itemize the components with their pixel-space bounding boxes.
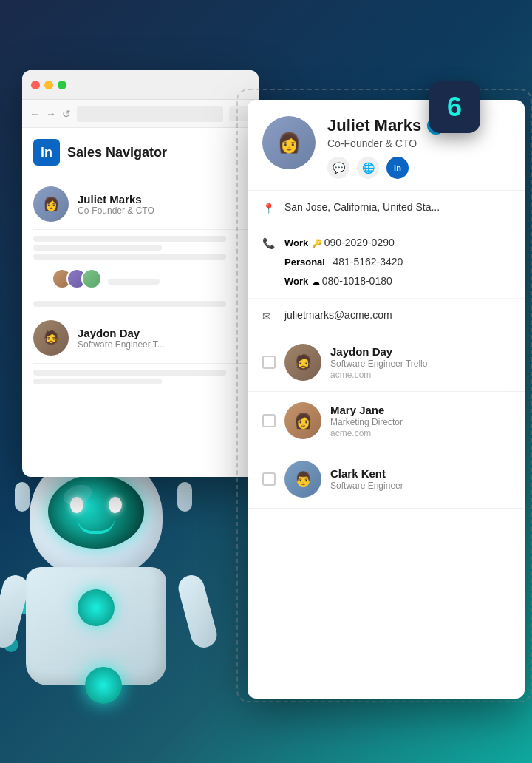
robot-eye-right [109,497,122,513]
browser-forward-button[interactable]: → [46,108,56,120]
detail-location-section: 📍 San Jose, California, United Sta... [248,191,525,225]
browser-maximize-button[interactable] [58,81,66,89]
skeleton-block-2 [33,301,248,307]
robot-eye-left [70,497,83,513]
linkedin-header: in Sales Navigator [33,139,248,166]
detail-phone-info-2: Personal 481-5162-3420 [284,255,407,268]
phone-icon-1: 📞 [262,237,277,249]
list-avatar-mary: 👩 [284,402,321,439]
detail-name-row: Juliet Marks SF [327,116,445,135]
detail-role: Co-Founder & CTO [327,138,445,149]
list-item-mary[interactable]: 👩 Mary Jane Marketing Director acme.com [248,392,525,450]
phone-label-2: Personal [284,257,325,268]
mini-avatar-3 [81,268,102,289]
linkedin-logo-icon: in [33,139,60,166]
detail-phones-section: 📞 Work 🔑 090-2029-0290 Personal 481-5162… [248,225,525,299]
browser-titlebar [22,70,259,100]
list-info-mary: Mary Jane Marketing Director acme.com [330,404,403,438]
phone-number-1: 090-2029-0290 [324,237,395,248]
robot-chest-light [78,589,115,626]
location-pin-icon: 📍 [262,203,277,214]
contact-title-jaydon: Software Engineer T... [78,339,165,350]
robot-mascot [0,438,222,719]
checkbox-jaydon[interactable] [262,356,276,369]
skeleton-block-3 [33,370,248,384]
robot-arm-right [176,572,220,651]
app-icon-symbol: 6 [447,92,462,123]
browser-address-bar[interactable] [77,106,223,122]
detail-phone-row-2: Personal 481-5162-3420 [262,255,510,268]
phone-number-3: 080-1018-0180 [322,275,392,287]
avatar-jaydon: 🧔 [33,320,69,356]
detail-email-section: ✉ julietmarks@acme.com [248,299,525,333]
list-title-clark: Software Engineer [330,481,403,491]
email-icon: ✉ [262,311,277,322]
detail-panel: 👩 Juliet Marks SF Co-Founder & CTO 💬 🌐 i… [248,100,525,699]
mini-avatars-row [41,268,248,295]
detail-location-text: San Jose, California, United Sta... [284,201,440,213]
list-avatar-jaydon: 🧔 [284,344,321,381]
skeleton-block-1 [33,236,248,260]
detail-name: Juliet Marks [327,116,421,135]
contact-list: 🧔 Jaydon Day Software Engineer Trello ac… [248,333,525,509]
browser-content: in Sales Navigator 👩 Juliet Marks Co-Fou… [22,128,259,399]
mini-avatars [52,268,102,289]
contact-name-jaydon: Jaydon Day [78,327,165,339]
browser-refresh-button[interactable]: ↺ [62,108,71,120]
robot-ear-left [15,482,30,512]
contact-title-juliet: Co-Founder & CTO [78,206,154,216]
robot-ear-right [177,482,192,512]
browser-window: ← → ↺ in Sales Navigator 👩 Juliet Marks … [22,70,259,477]
list-item-clark[interactable]: 👨 Clark Kent Software Engineer [248,450,525,509]
list-company-jaydon: acme.com [330,370,427,380]
phone-number-2: 481-5162-3420 [332,256,403,268]
list-title-mary: Marketing Director [330,417,403,427]
robot-smile [78,519,115,534]
globe-icon-button[interactable]: 🌐 [357,157,379,179]
contact-info-juliet: Juliet Marks Co-Founder & CTO [78,193,154,216]
app-icon[interactable]: 6 [429,81,480,133]
linkedin-icon-button[interactable]: in [386,157,409,179]
list-info-clark: Clark Kent Software Engineer [330,467,403,492]
contact-item-juliet[interactable]: 👩 Juliet Marks Co-Founder & CTO [33,179,248,230]
list-title-jaydon: Software Engineer Trello [330,359,427,369]
contact-info-jaydon: Jaydon Day Software Engineer T... [78,327,165,350]
list-name-mary: Mary Jane [330,404,403,416]
detail-email-text: julietmarks@acme.com [284,309,392,321]
phone-source-1: 🔑 [312,239,324,248]
checkbox-mary[interactable] [262,414,276,427]
detail-icons-row: 💬 🌐 in [327,157,445,179]
detail-avatar-juliet: 👩 [262,116,316,169]
robot-body [0,438,222,719]
browser-minimize-button[interactable] [44,81,53,89]
browser-close-button[interactable] [31,81,40,89]
list-avatar-clark: 👨 [284,461,321,498]
phone-source-3: ☁ [312,277,322,286]
list-name-clark: Clark Kent [330,467,403,480]
detail-email-row: ✉ julietmarks@acme.com [262,309,510,322]
detail-name-section: Juliet Marks SF Co-Founder & CTO 💬 🌐 in [327,116,445,179]
checkbox-clark[interactable] [262,472,276,486]
mini-avatar-skeleton [108,279,160,285]
contact-name-juliet: Juliet Marks [78,193,154,206]
detail-phone-info-1: Work 🔑 090-2029-0290 [284,236,395,249]
linkedin-title: Sales Navigator [67,145,167,160]
list-info-jaydon: Jaydon Day Software Engineer Trello acme… [330,345,427,380]
robot-visor [48,475,144,549]
phone-label-1: Work [284,237,308,248]
detail-phone-row-1: 📞 Work 🔑 090-2029-0290 [262,236,510,249]
browser-toolbar: ← → ↺ [22,100,259,128]
chat-icon-button[interactable]: 💬 [327,157,349,179]
detail-phone-row-3: Work ☁ 080-1018-0180 [262,274,510,288]
detail-phone-info-3: Work ☁ 080-1018-0180 [284,274,392,288]
detail-location-row: 📍 San Jose, California, United Sta... [262,201,510,214]
browser-back-button[interactable]: ← [30,108,40,120]
phone-label-3: Work [284,276,308,287]
avatar-juliet: 👩 [33,186,69,222]
list-name-jaydon: Jaydon Day [330,345,427,358]
list-company-mary: acme.com [330,428,403,438]
robot-orb [85,667,122,704]
detail-header: 👩 Juliet Marks SF Co-Founder & CTO 💬 🌐 i… [248,100,525,191]
contact-item-jaydon[interactable]: 🧔 Jaydon Day Software Engineer T... [33,313,248,364]
list-item-jaydon[interactable]: 🧔 Jaydon Day Software Engineer Trello ac… [248,333,525,392]
